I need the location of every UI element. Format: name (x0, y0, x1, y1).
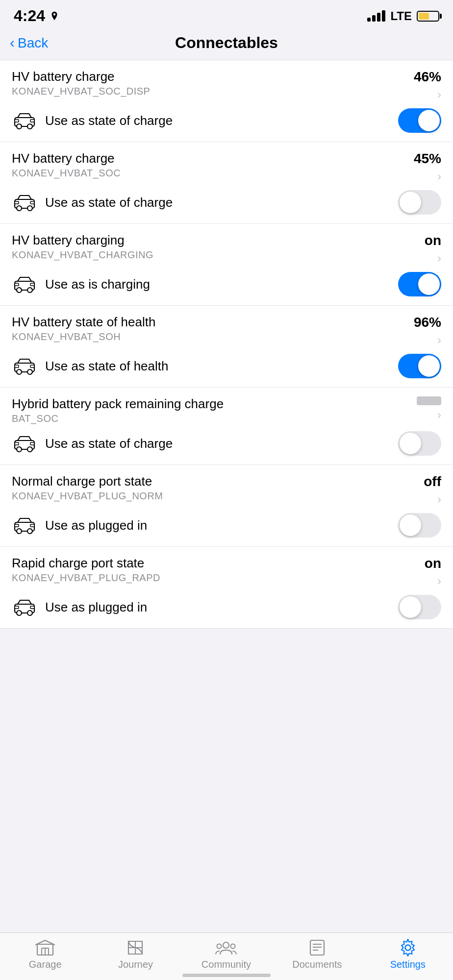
item-value-placeholder (417, 396, 441, 405)
toggle-hv-battery-charging[interactable] (398, 272, 441, 296)
chevron-right-icon[interactable]: › (437, 574, 441, 588)
toggle-hybrid-battery-remaining[interactable] (398, 431, 441, 456)
item-title-group: Hybrid battery pack remaining charge BAT… (12, 396, 224, 424)
chevron-right-icon[interactable]: › (437, 251, 441, 265)
tab-settings[interactable]: Settings (383, 939, 432, 970)
svg-point-7 (27, 206, 32, 211)
toggle-thumb (400, 514, 421, 536)
item-row: Use as state of health (0, 347, 453, 387)
car-icon (12, 598, 37, 616)
svg-point-31 (17, 611, 22, 615)
svg-rect-24 (30, 442, 34, 445)
item-name: HV battery charging (12, 233, 153, 248)
lte-label: LTE (390, 9, 412, 23)
connectable-item-hv-battery-charge-soc: HV battery charge KONAEV_HVBAT_SOC 45% ›… (0, 142, 453, 224)
toggle-hv-battery-soh[interactable] (398, 354, 441, 378)
toggle-thumb (418, 273, 440, 295)
connectable-item-hybrid-battery-remaining: Hybrid battery pack remaining charge BAT… (0, 388, 453, 465)
svg-point-32 (27, 611, 32, 615)
tab-bar: Garage Journey Community (0, 932, 453, 980)
svg-point-1 (17, 124, 22, 129)
item-value: 46% (414, 69, 441, 85)
car-icon (12, 275, 37, 294)
item-title-group: Normal charge port state KONAEV_HVBAT_PL… (12, 474, 163, 502)
item-row-left: Use as state of health (12, 357, 168, 375)
car-icon (12, 434, 37, 453)
item-value-group: › (417, 396, 441, 422)
item-row: Use as plugged in (0, 588, 453, 628)
item-name: HV battery charge (12, 151, 121, 166)
connectable-item-hv-battery-soh: HV battery state of health KONAEV_HVBAT_… (0, 306, 453, 388)
tab-garage[interactable]: Garage (21, 939, 70, 970)
toggle-rapid-charge-port[interactable] (398, 595, 441, 619)
svg-rect-8 (15, 201, 19, 204)
svg-rect-23 (15, 442, 19, 445)
toggle-thumb (418, 110, 440, 131)
chevron-right-icon[interactable]: › (437, 88, 441, 101)
toggle-hv-battery-charge-disp[interactable] (398, 108, 441, 133)
item-value-group: 46% › (414, 69, 441, 101)
status-bar: 4:24 LTE (0, 0, 453, 29)
svg-point-2 (27, 124, 32, 129)
item-header: HV battery state of health KONAEV_HVBAT_… (0, 306, 453, 347)
item-row-label: Use as plugged in (45, 600, 147, 615)
toggle-thumb (400, 596, 421, 618)
svg-point-6 (17, 206, 22, 211)
item-name: Hybrid battery pack remaining charge (12, 396, 224, 412)
item-value-group: 45% › (414, 151, 441, 183)
item-row-left: Use as is charging (12, 275, 150, 294)
item-row-label: Use as state of charge (45, 113, 173, 128)
item-header: HV battery charge KONAEV_HVBAT_SOC 45% › (0, 142, 453, 183)
toggle-normal-charge-port[interactable] (398, 513, 441, 538)
item-code: KONAEV_HVBAT_SOH (12, 331, 155, 343)
chevron-right-icon[interactable]: › (437, 170, 441, 183)
item-header: Rapid charge port state KONAEV_HVBAT_PLU… (0, 547, 453, 588)
item-header: Normal charge port state KONAEV_HVBAT_PL… (0, 465, 453, 506)
svg-rect-29 (30, 524, 34, 527)
back-chevron-icon: ‹ (10, 34, 15, 51)
tab-community[interactable]: Community (201, 939, 251, 970)
toggle-hv-battery-charge-soc[interactable] (398, 190, 441, 215)
chevron-right-icon[interactable]: › (437, 492, 441, 506)
item-value: on (425, 233, 441, 248)
tab-journey[interactable]: Journey (111, 939, 160, 970)
car-icon (12, 516, 37, 535)
car-icon (12, 111, 37, 130)
item-name: HV battery state of health (12, 315, 155, 330)
connectables-list: HV battery charge KONAEV_HVBAT_SOC_DISP … (0, 60, 453, 629)
chevron-right-icon[interactable]: › (437, 408, 441, 422)
item-name: Rapid charge port state (12, 556, 160, 571)
status-time: 4:24 (14, 7, 60, 25)
item-name: HV battery charge (12, 69, 150, 84)
item-title-group: HV battery charging KONAEV_HVBAT_CHARGIN… (12, 233, 153, 261)
item-value: on (425, 556, 441, 571)
item-code: BAT_SOC (12, 413, 224, 424)
svg-point-27 (27, 529, 32, 534)
item-row: Use as is charging (0, 265, 453, 305)
svg-rect-33 (15, 606, 19, 609)
item-title-group: HV battery state of health KONAEV_HVBAT_… (12, 315, 155, 343)
connectable-item-hv-battery-charge-disp: HV battery charge KONAEV_HVBAT_SOC_DISP … (0, 60, 453, 142)
item-value-group: off › (424, 474, 441, 506)
item-row: Use as state of charge (0, 101, 453, 142)
svg-point-39 (217, 944, 222, 949)
settings-icon (397, 939, 419, 956)
svg-point-21 (17, 447, 22, 452)
tab-documents[interactable]: Documents (292, 939, 342, 970)
svg-point-40 (231, 944, 235, 949)
item-row: Use as state of charge (0, 183, 453, 223)
car-icon (12, 357, 37, 375)
toggle-thumb (400, 192, 421, 213)
item-row: Use as state of charge (0, 424, 453, 465)
svg-point-22 (27, 447, 32, 452)
svg-point-26 (17, 529, 22, 534)
back-button[interactable]: ‹ Back (10, 35, 48, 51)
tab-journey-label: Journey (118, 959, 153, 970)
item-code: KONAEV_HVBAT_PLUG_NORM (12, 490, 163, 502)
chevron-right-icon[interactable]: › (437, 333, 441, 347)
svg-rect-3 (15, 120, 19, 122)
svg-point-12 (27, 288, 32, 293)
item-title-group: HV battery charge KONAEV_HVBAT_SOC (12, 151, 121, 179)
item-row-label: Use as state of charge (45, 195, 173, 210)
item-row-left: Use as state of charge (12, 111, 173, 130)
